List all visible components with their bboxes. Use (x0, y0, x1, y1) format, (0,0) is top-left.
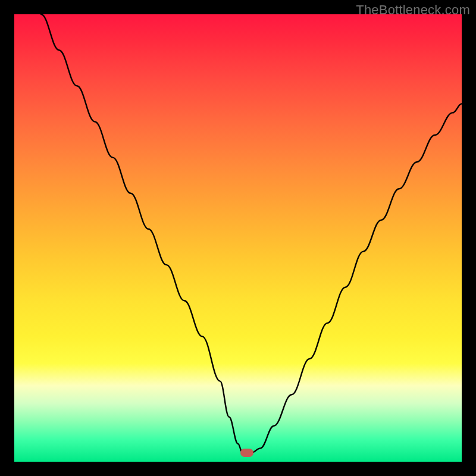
chart-frame: TheBottleneck.com (0, 0, 476, 476)
minimum-marker (240, 449, 253, 457)
curve-path (41, 14, 462, 453)
plot-area (14, 14, 462, 462)
bottleneck-curve (14, 14, 462, 462)
